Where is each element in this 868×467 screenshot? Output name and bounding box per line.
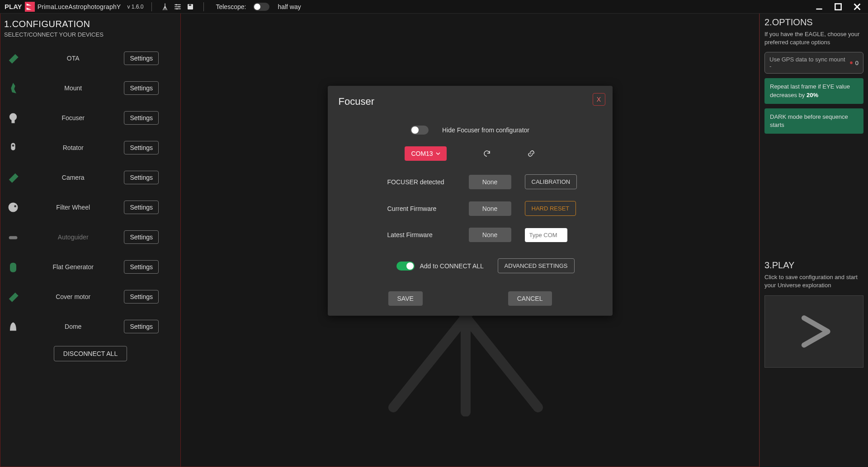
latest-firmware-label: Latest Firmware xyxy=(387,231,455,238)
device-settings-button[interactable]: Settings xyxy=(124,111,159,125)
telescope-toggle[interactable] xyxy=(253,3,269,11)
device-settings-button[interactable]: Settings xyxy=(124,320,159,333)
device-name: Camera xyxy=(27,174,119,181)
device-row-filter-wheel: Filter Wheel Settings xyxy=(4,192,177,222)
type-com-input[interactable] xyxy=(525,228,567,242)
play-section-desc: Click to save configuration and start yo… xyxy=(764,273,863,290)
tripod-icon[interactable] xyxy=(160,2,170,12)
device-icon xyxy=(4,288,22,306)
focuser-detected-label: FOCUSER detected xyxy=(387,178,455,186)
dark-mode-option[interactable]: DARK mode before sequence starts xyxy=(764,108,863,134)
current-firmware-label: Current Firmware xyxy=(387,205,455,212)
options-panel: 2.OPTIONS If you have the EAGLE, choose … xyxy=(760,14,868,467)
modal-overlay: Focuser X Hide Focuser from configurator… xyxy=(181,14,759,467)
add-connect-all-toggle[interactable] xyxy=(396,262,415,271)
svg-point-2 xyxy=(176,8,178,9)
modal-title: Focuser xyxy=(339,96,602,107)
refresh-icon[interactable] xyxy=(483,149,491,158)
svg-rect-7 xyxy=(12,120,15,123)
device-row-cover-motor: Cover motor Settings xyxy=(4,282,177,312)
svg-point-6 xyxy=(9,113,17,121)
close-button[interactable] xyxy=(851,2,863,12)
svg-rect-5 xyxy=(835,4,841,9)
device-settings-button[interactable]: Settings xyxy=(124,201,159,214)
device-name: OTA xyxy=(27,55,119,62)
svg-point-1 xyxy=(179,6,180,7)
modal-close-button[interactable]: X xyxy=(593,93,605,106)
device-settings-button[interactable]: Settings xyxy=(124,141,159,154)
focuser-detected-value: None xyxy=(469,175,511,189)
device-row-focuser: Focuser Settings xyxy=(4,103,177,133)
device-row-camera: Camera Settings xyxy=(4,163,177,192)
device-settings-button[interactable]: Settings xyxy=(124,230,159,244)
device-settings-button[interactable]: Settings xyxy=(124,51,159,65)
device-name: Cover motor xyxy=(27,293,119,300)
brand-name: PrimaLuceAstrophotographY xyxy=(38,3,121,10)
save-button[interactable]: SAVE xyxy=(388,291,423,306)
cancel-button[interactable]: CANCEL xyxy=(508,291,552,306)
disconnect-all-button[interactable]: DISCONNECT ALL xyxy=(54,346,127,361)
device-settings-button[interactable]: Settings xyxy=(124,81,159,95)
device-settings-button[interactable]: Settings xyxy=(124,260,159,274)
device-settings-button[interactable]: Settings xyxy=(124,171,159,184)
device-icon xyxy=(4,318,22,336)
svg-point-9 xyxy=(12,145,14,147)
repeat-frame-option[interactable]: Repeat last frame if EYE value decreases… xyxy=(764,78,863,103)
options-desc: If you have the EAGLE, choose your prefe… xyxy=(764,30,863,47)
options-title: 2.OPTIONS xyxy=(764,17,863,28)
device-icon xyxy=(4,258,22,276)
device-name: Filter Wheel xyxy=(27,204,119,211)
gps-sync-option[interactable]: Use GPS data to sync mount - 0 xyxy=(764,52,863,74)
hide-focuser-toggle[interactable] xyxy=(410,126,429,135)
device-name: Rotator xyxy=(27,144,119,151)
configuration-title: 1.CONFIGURATION xyxy=(4,19,177,29)
maximize-button[interactable] xyxy=(832,2,844,12)
device-name: Dome xyxy=(27,323,119,330)
app-version: v 1.6.0 xyxy=(127,4,143,10)
center-panel: Focuser X Hide Focuser from configurator… xyxy=(181,14,760,467)
device-icon xyxy=(4,79,22,97)
play-section-title: 3.PLAY xyxy=(764,260,863,271)
device-icon xyxy=(4,139,22,157)
com-port-dropdown[interactable]: COM13 xyxy=(405,146,446,161)
svg-point-0 xyxy=(176,4,177,5)
device-row-mount: Mount Settings xyxy=(4,73,177,103)
svg-point-18 xyxy=(850,61,853,64)
top-bar: PLAY PrimaLuceAstrophotographY v 1.6.0 T… xyxy=(0,0,868,14)
telescope-status: half way xyxy=(278,3,301,10)
satellite-icon xyxy=(848,60,854,66)
calibration-button[interactable]: CALIBRATION xyxy=(525,174,577,189)
save-icon[interactable] xyxy=(185,2,195,12)
device-name: Autoguider xyxy=(27,234,119,241)
svg-point-11 xyxy=(14,205,16,207)
device-icon xyxy=(4,168,22,187)
device-row-rotator: Rotator Settings xyxy=(4,133,177,163)
play-label: PLAY xyxy=(5,3,22,10)
play-icon xyxy=(794,311,835,352)
svg-point-10 xyxy=(9,203,18,212)
latest-firmware-value: None xyxy=(469,228,511,242)
separator xyxy=(151,2,152,11)
hard-reset-button[interactable]: HARD RESET xyxy=(525,201,576,216)
play-start-button[interactable] xyxy=(764,295,863,368)
hide-focuser-label: Hide Focuser from configurator xyxy=(442,126,529,134)
device-row-autoguider: Autoguider Settings xyxy=(4,222,177,252)
svg-rect-12 xyxy=(9,236,18,239)
focuser-modal: Focuser X Hide Focuser from configurator… xyxy=(328,86,613,316)
link-icon[interactable] xyxy=(527,149,535,158)
device-icon xyxy=(4,228,22,246)
device-settings-button[interactable]: Settings xyxy=(124,290,159,304)
device-icon xyxy=(4,49,22,67)
minimize-button[interactable] xyxy=(813,2,826,12)
device-name: Mount xyxy=(27,84,119,92)
current-firmware-value: None xyxy=(469,201,511,216)
advanced-settings-button[interactable]: ADVANCED SETTINGS xyxy=(498,258,575,273)
app-logo-icon xyxy=(25,2,35,12)
separator xyxy=(203,2,204,11)
svg-rect-13 xyxy=(10,263,16,272)
connect-all-row: Add to CONNECT ALL ADVANCED SETTINGS xyxy=(339,258,602,273)
telescope-label: Telescope: xyxy=(216,3,246,10)
sliders-icon[interactable] xyxy=(173,2,183,12)
configuration-panel: 1.CONFIGURATION SELECT/CONNECT YOUR DEVI… xyxy=(0,14,181,467)
com-row: COM13 xyxy=(339,146,602,161)
